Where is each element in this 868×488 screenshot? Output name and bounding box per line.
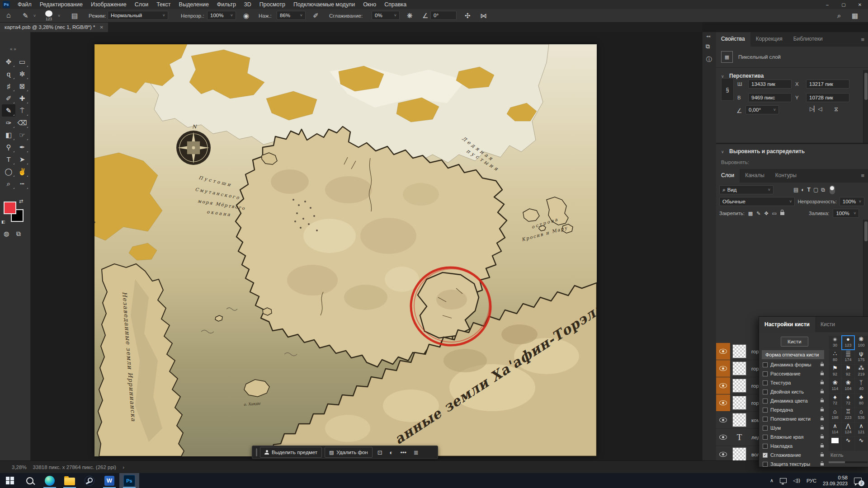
checkbox[interactable] [763,435,768,440]
gear-icon[interactable]: ❋ [407,12,413,19]
lock-icon[interactable] [821,463,824,465]
layer-thumbnail[interactable] [732,396,746,410]
brush-option-Рассеивание[interactable]: Рассеивание [759,369,827,378]
brush-preset-92[interactable]: ⚑92 [842,365,854,379]
brush-option-Динамика-цвета[interactable]: Динамика цвета [759,396,827,405]
width-input[interactable]: 13433 пик [748,80,792,89]
blend-mode-dropdown[interactable]: Обычные˅ [719,197,795,206]
hand-tool[interactable]: ✌ [15,165,29,178]
brush-preset-198[interactable]: ⌂198 [829,408,841,422]
drag-handle[interactable] [256,448,257,456]
lock-icon[interactable] [821,454,824,456]
swap-colors-icon[interactable]: ⇄ [19,198,23,204]
checkbox[interactable] [763,389,768,394]
start-button[interactable] [0,473,20,488]
tab-libraries[interactable]: Библиотеки [788,32,828,47]
visibility-eye-icon[interactable] [719,400,727,405]
default-colors-icon[interactable]: ◧ [1,220,5,224]
smoothing-select[interactable]: 0%˅ [372,11,400,20]
clock[interactable]: 0:58 23.09.2023 [823,475,848,487]
close-button[interactable]: ✕ [852,0,868,9]
eyedropper-tool[interactable]: ✐ [2,92,15,104]
lock-icon[interactable] [821,363,824,366]
flip-vertical-icon[interactable]: ⧖ [834,106,838,113]
layers-scrollbar-thumb[interactable] [864,221,868,241]
adjustment-icon[interactable]: ◐ [387,449,396,456]
brush-picker-chevron-icon[interactable]: ˅ [55,14,60,18]
brush-preset-536[interactable]: ⌂536 [855,408,868,422]
brush-option-Шум[interactable]: Шум [759,423,827,432]
visibility-eye-icon[interactable] [719,435,727,440]
steam-app[interactable] [80,473,99,488]
smudge-tool[interactable]: ☞ [15,129,29,141]
status-arrow-icon[interactable]: › [123,465,124,470]
brush-preset-blank[interactable]: ∿ [842,437,854,451]
notifications-icon[interactable]: 2 [854,478,862,484]
lock-icon[interactable] [821,427,824,429]
checkbox[interactable] [763,417,768,422]
text-layer-icon[interactable]: T [732,430,746,444]
search-icon[interactable]: ⌕ [837,12,841,19]
visibility-eye-icon[interactable] [719,366,727,371]
symmetry-icon[interactable]: ⋈ [480,12,487,19]
menu-item-Выделение[interactable]: Выделение [175,0,213,9]
path-select-tool[interactable]: ➤ [15,153,29,165]
checkbox[interactable] [763,444,768,449]
network-icon[interactable] [780,478,787,483]
menu-item-Текст[interactable]: Текст [152,0,175,9]
tab-channels[interactable]: Каналы [740,169,770,183]
align-chevron-icon[interactable]: ∨ [721,150,724,154]
brush-tool[interactable]: ✎ [2,104,15,117]
gradient-tool[interactable]: ◧ [2,129,15,141]
tab-adjustments[interactable]: Коррекция [750,32,788,47]
shape-tool[interactable]: ◯ [2,165,15,178]
brush-tool-icon[interactable]: ✎ [23,12,28,19]
brush-preset-121[interactable]: ∧121 [855,422,868,436]
panel-menu-icon[interactable]: ≡ [857,33,868,47]
brush-preset-72[interactable]: ♠72 [842,394,854,408]
brush-preset-174[interactable]: ▒174 [842,350,854,364]
brush-option-Динамика-формы[interactable]: Динамика формы [759,360,827,369]
brush-angle-input[interactable]: 0° [430,11,457,20]
menu-item-Файл[interactable]: Файл [14,0,36,9]
checkbox[interactable] [763,426,768,431]
screen-mode-icon[interactable]: ⧉ [16,230,21,238]
crop-tool[interactable]: ♯ [2,80,15,92]
move-tool[interactable]: ✥ [2,56,15,68]
height-input[interactable]: 9469 пикс [748,93,792,102]
more-options-icon[interactable]: ••• [398,449,409,456]
select-subject-button[interactable]: Выделить предмет [260,447,322,458]
quick-mask-icon[interactable]: ◍ [4,230,9,237]
layer-filter-select[interactable]: ⌕ Вид˅ [719,185,774,194]
maximize-button[interactable]: ▢ [835,0,852,9]
lock-icon[interactable] [821,390,824,393]
lock-icon[interactable] [821,445,824,447]
brush-preset-114[interactable]: ∧114 [829,422,841,436]
brush-option-Положение-кисти[interactable]: Положение кисти [759,414,827,423]
tab-close-icon[interactable]: ✕ [100,25,104,30]
zoom-readout[interactable]: 3,28% [12,465,27,470]
explorer-app[interactable] [60,473,80,488]
toggle-brush-panel-icon[interactable]: ▤ [71,12,78,19]
menu-item-Редактирование[interactable]: Редактирование [36,0,87,9]
magic-wand-tool[interactable]: ✼ [15,68,29,80]
brush-preset-114[interactable]: ❀114 [829,379,841,393]
brush-option-Текстура[interactable]: Текстура [759,378,827,387]
filter-smartobject-icon[interactable]: ⧉ [821,187,825,193]
lock-artboard-icon[interactable]: ▭ [772,211,777,216]
filter-toggle[interactable] [830,185,835,194]
speaker-icon[interactable]: ◁)) [793,478,800,483]
brush-preset-123[interactable]: ●123 [842,336,854,350]
document-tab[interactable]: карта4.psb @ 3,28% (лес 1, RGB/8*) * ✕ [0,22,108,32]
tab-layers[interactable]: Слои [716,169,740,183]
flip-horizontal-icon[interactable]: ▷▏◁ [810,106,822,112]
opacity-pressure-icon[interactable]: ◉ [243,12,249,19]
link-dimensions-icon[interactable]: § [721,78,734,101]
brush-preset-100[interactable]: ❋100 [855,336,868,350]
brush-preset-30[interactable]: ●30 [829,336,841,350]
transform-icon[interactable]: ⊡ [375,449,385,456]
word-app[interactable]: W [99,473,119,488]
more-tools[interactable]: ••• [15,178,29,190]
search-button[interactable] [20,473,40,488]
brush-preset-72[interactable]: ♠72 [829,394,841,408]
